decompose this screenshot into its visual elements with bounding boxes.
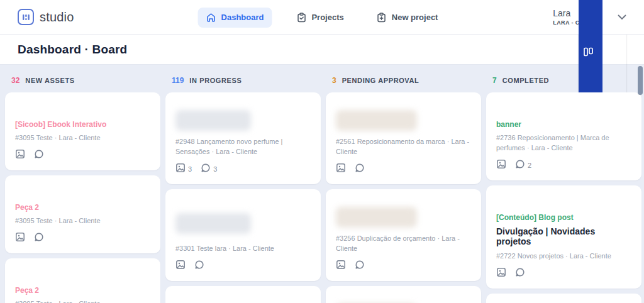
card-icon-row <box>15 149 150 162</box>
comment-icon <box>515 159 525 172</box>
clipboard-check-icon <box>296 13 306 23</box>
card-icon-row <box>175 260 311 272</box>
column-header: 3PENDING APPROVAL <box>326 71 481 92</box>
nav-item-label: New project <box>392 13 438 22</box>
column-label: COMPLETED <box>502 77 549 84</box>
column-count: 7 <box>492 76 497 85</box>
card-meta: #3095 Teste · Lara - Cliente <box>15 299 150 303</box>
image-indicator: 3 <box>175 163 192 175</box>
card-icon-row <box>15 232 150 245</box>
column-new-assets: 32NEW ASSETS[Sicoob] Ebook Interativo#30… <box>5 71 160 303</box>
card-meta: #3095 Teste · Lara - Cliente <box>15 133 150 143</box>
task-card[interactable]: Facebook e Instagram#2722 Novos projetos… <box>486 294 641 303</box>
image-icon <box>496 267 506 280</box>
blurred-content <box>175 213 251 234</box>
card-spacer <box>15 184 150 203</box>
icon-count: 3 <box>213 165 217 173</box>
card-heading: Divulgação | Novidades projetos <box>496 226 631 246</box>
comment-indicator <box>34 149 44 162</box>
column-in-progress: 119IN PROGRESS#2948 Lançamento novo perf… <box>165 71 321 303</box>
comment-indicator <box>355 260 365 272</box>
card-meta: #2948 Lançamento novo perfume | Sensaçõe… <box>175 137 311 157</box>
image-icon <box>175 260 186 272</box>
image-indicator <box>496 159 506 172</box>
card-title: [Sicoob] Ebook Interativo <box>15 120 150 129</box>
image-indicator <box>175 260 186 272</box>
image-icon <box>336 163 346 175</box>
comment-indicator <box>34 232 44 245</box>
card-title: [Conteúdo] Blog post <box>496 213 631 222</box>
task-card[interactable]: Peça 2#3095 Teste · Lara - Cliente <box>5 258 160 303</box>
app-name: studio <box>40 10 74 25</box>
nav-item-label: Projects <box>311 13 343 22</box>
comment-indicator: 2 <box>515 159 531 172</box>
main-nav: DashboardProjectsNew project <box>198 0 447 35</box>
card-meta: #2561 Reposicionamento da marca · Lara -… <box>336 137 471 157</box>
studio-logo-icon <box>18 9 34 25</box>
top-bar: studio DashboardProjectsNew project Lara… <box>0 0 644 35</box>
comment-indicator <box>194 260 204 272</box>
card-meta: #3301 Teste lara · Lara - Cliente <box>175 244 311 254</box>
card-meta: #2722 Novos projetos · Lara - Cliente <box>496 251 631 262</box>
comment-icon <box>355 260 365 272</box>
image-icon <box>15 149 25 162</box>
column-count: 32 <box>11 76 19 85</box>
task-card[interactable]: #2948 Lançamento novo perfume | Sensaçõe… <box>165 92 321 184</box>
task-card[interactable]: Post blog Studio#3301 Teste lara · Lara … <box>165 286 321 303</box>
task-card[interactable]: Peça 2#3095 Teste · Lara - Cliente <box>5 175 160 253</box>
column-count: 3 <box>332 76 336 85</box>
task-card[interactable]: #3301 Teste lara · Lara - Cliente <box>165 189 321 281</box>
clipboard-plus-icon <box>377 13 387 23</box>
home-icon <box>206 13 216 23</box>
board: 32NEW ASSETS[Sicoob] Ebook Interativo#30… <box>0 65 644 303</box>
image-indicator <box>15 149 25 162</box>
card-icon-row <box>336 163 471 175</box>
column-header: 32NEW ASSETS <box>5 71 160 92</box>
comment-icon <box>201 163 211 175</box>
comment-icon <box>194 260 204 272</box>
card-meta: #3256 Duplicação de orçamento · Lara - C… <box>336 234 471 254</box>
nav-item-new-project[interactable]: New project <box>369 8 447 28</box>
task-card[interactable]: banner#2736 Reposicionamento | Marca de … <box>486 92 641 180</box>
column-completed: 7COMPLETEDbanner#2736 Reposicionamento |… <box>486 71 641 303</box>
image-icon <box>336 260 346 272</box>
column-label: NEW ASSETS <box>25 77 74 84</box>
task-card[interactable]: #2561 Reposicionamento da marca · Lara -… <box>326 92 481 184</box>
image-icon <box>175 163 186 175</box>
column-header: 7COMPLETED <box>486 71 641 92</box>
image-icon <box>496 159 506 172</box>
card-meta: #3095 Teste · Lara - Cliente <box>15 216 150 226</box>
task-card[interactable]: [Conteúdo] Blog postDivulgação | Novidad… <box>486 185 641 289</box>
task-card[interactable]: #3334 oioi · Lara - Cliente <box>326 286 481 303</box>
kanban-icon <box>583 47 594 58</box>
card-spacer <box>496 101 631 120</box>
nav-item-label: Dashboard <box>221 13 264 22</box>
title-bar: Dashboard · Board <box>0 35 644 65</box>
card-icon-row <box>496 267 631 280</box>
task-card[interactable]: #3256 Duplicação de orçamento · Lara - C… <box>326 189 481 281</box>
task-card[interactable]: [Sicoob] Ebook Interativo#3095 Teste · L… <box>5 92 160 170</box>
chevron-down-icon <box>618 11 626 23</box>
app-logo[interactable]: studio <box>18 9 74 25</box>
card-meta: #2736 Reposicionamento | Marca de perfum… <box>496 133 631 153</box>
comment-icon <box>515 267 525 280</box>
vertical-scrollbar[interactable] <box>638 66 643 95</box>
blurred-content <box>336 207 417 228</box>
blurred-content <box>175 110 251 131</box>
card-title: Peça 2 <box>15 203 150 212</box>
comment-indicator: 3 <box>201 163 217 175</box>
icon-count: 2 <box>528 162 531 169</box>
image-icon <box>15 232 25 245</box>
nav-item-dashboard[interactable]: Dashboard <box>198 8 272 28</box>
nav-item-projects[interactable]: Projects <box>288 8 352 28</box>
card-title: banner <box>496 120 631 129</box>
column-label: IN PROGRESS <box>189 77 242 84</box>
column-count: 119 <box>172 76 184 85</box>
blurred-content <box>336 110 417 131</box>
card-spacer <box>15 101 150 120</box>
card-title: Peça 2 <box>15 286 150 295</box>
image-indicator <box>15 232 25 245</box>
comment-icon <box>34 232 44 245</box>
card-spacer <box>15 267 150 286</box>
comment-indicator <box>355 163 365 175</box>
